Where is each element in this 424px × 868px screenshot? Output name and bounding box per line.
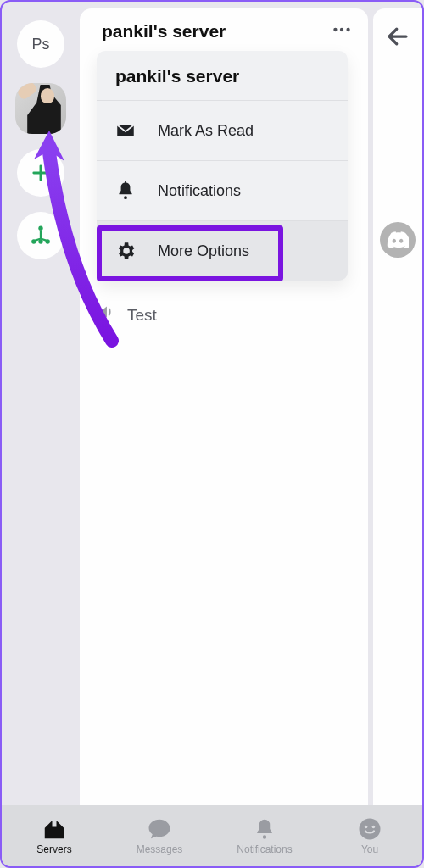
tab-notifications-label: Notifications bbox=[237, 843, 292, 855]
svg-point-6 bbox=[346, 28, 349, 31]
svg-rect-7 bbox=[125, 181, 126, 184]
svg-point-11 bbox=[365, 826, 368, 829]
chat-icon bbox=[147, 816, 172, 842]
server-avatar-pankil[interactable] bbox=[15, 83, 66, 134]
mail-icon bbox=[114, 120, 137, 142]
tab-you[interactable]: You bbox=[317, 816, 422, 855]
dropdown-title: pankil's server bbox=[97, 51, 348, 101]
channel-test-label: Test bbox=[127, 306, 157, 325]
menu-mark-as-read[interactable]: Mark As Read bbox=[97, 101, 348, 161]
tab-servers-label: Servers bbox=[36, 843, 71, 855]
discord-avatar[interactable] bbox=[380, 222, 416, 258]
right-peek-panel bbox=[373, 8, 422, 805]
svg-point-0 bbox=[38, 226, 42, 231]
bell-icon bbox=[114, 180, 137, 202]
svg-point-8 bbox=[124, 196, 127, 199]
hub-icon bbox=[29, 224, 53, 248]
menu-mark-as-read-label: Mark As Read bbox=[158, 122, 254, 140]
menu-more-options-label: More Options bbox=[158, 242, 249, 260]
tab-you-label: You bbox=[361, 843, 378, 855]
server-options-button[interactable] bbox=[331, 19, 353, 44]
server-ps-label: Ps bbox=[31, 36, 49, 53]
gear-icon bbox=[114, 240, 137, 262]
server-title: pankil's server bbox=[102, 21, 226, 42]
bell-tab-icon bbox=[252, 816, 277, 842]
server-rail: Ps bbox=[2, 2, 80, 805]
arrow-left-icon bbox=[385, 24, 410, 49]
channel-test[interactable]: Test bbox=[80, 294, 368, 334]
tab-messages-label: Messages bbox=[137, 843, 183, 855]
menu-notifications[interactable]: Notifications bbox=[97, 161, 348, 221]
tab-servers[interactable]: Servers bbox=[2, 816, 107, 855]
svg-point-10 bbox=[360, 819, 381, 840]
add-server-button[interactable] bbox=[17, 149, 64, 197]
server-header[interactable]: pankil's server bbox=[80, 8, 368, 54]
server-discovery-button[interactable] bbox=[17, 212, 64, 259]
svg-point-4 bbox=[333, 28, 337, 31]
tab-messages[interactable]: Messages bbox=[107, 816, 212, 855]
discord-icon bbox=[387, 231, 409, 248]
server-ps[interactable]: Ps bbox=[17, 20, 64, 68]
plus-icon bbox=[29, 161, 53, 185]
svg-point-12 bbox=[372, 826, 376, 829]
servers-icon bbox=[42, 816, 67, 842]
server-dropdown: pankil's server Mark As Read Notificatio… bbox=[97, 51, 348, 281]
back-button[interactable] bbox=[385, 24, 410, 53]
bottom-tab-bar: Servers Messages Notifications You bbox=[2, 805, 422, 866]
tab-notifications[interactable]: Notifications bbox=[212, 816, 317, 855]
speaker-icon bbox=[97, 303, 115, 326]
svg-point-5 bbox=[340, 28, 343, 31]
menu-more-options[interactable]: More Options bbox=[97, 221, 348, 281]
svg-point-9 bbox=[263, 835, 267, 839]
smile-icon bbox=[357, 816, 382, 842]
ellipsis-icon bbox=[331, 19, 353, 41]
menu-notifications-label: Notifications bbox=[158, 182, 241, 200]
